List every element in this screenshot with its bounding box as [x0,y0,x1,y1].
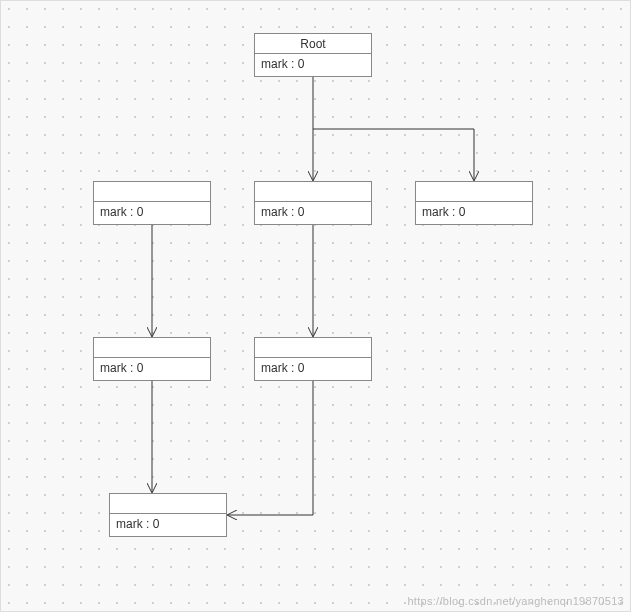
node-label: mark : 0 [255,358,371,380]
node-root: Root mark : 0 [254,33,372,77]
node-center2: mark : 0 [254,337,372,381]
node-right1: mark : 0 [415,181,533,225]
node-title: Root [255,34,371,54]
node-title [255,182,371,202]
node-center1: mark : 0 [254,181,372,225]
node-bottom: mark : 0 [109,493,227,537]
diagram-edges [1,1,631,612]
node-label: mark : 0 [94,202,210,224]
node-title [255,338,371,358]
node-title [94,182,210,202]
node-label: mark : 0 [94,358,210,380]
edge-root-right1 [313,129,474,180]
node-label: mark : 0 [416,202,532,224]
edge-center2-bottom [228,381,313,515]
node-label: mark : 0 [255,54,371,76]
node-left1: mark : 0 [93,181,211,225]
node-label: mark : 0 [255,202,371,224]
node-title [416,182,532,202]
node-title [94,338,210,358]
node-title [110,494,226,514]
watermark: https://blog.csdn.net/yanghenqn19870513 [407,595,624,607]
node-label: mark : 0 [110,514,226,536]
node-left2: mark : 0 [93,337,211,381]
